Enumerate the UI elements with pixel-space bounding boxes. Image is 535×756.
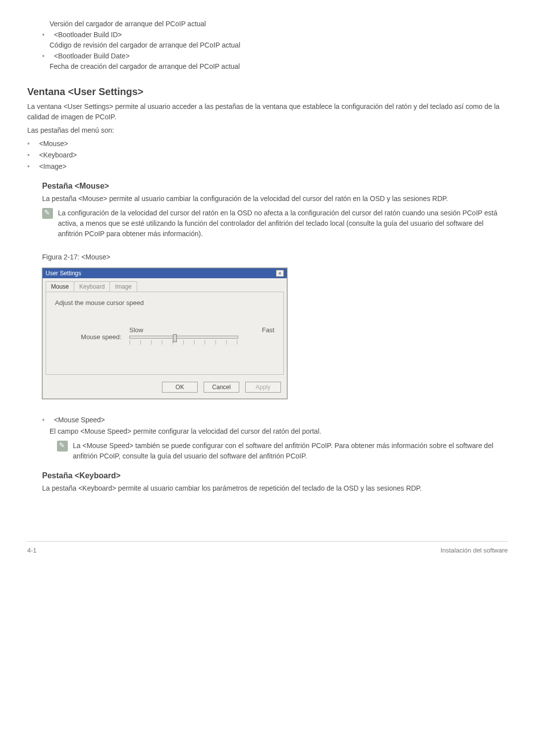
pencil-note-icon [57,441,68,452]
note-text: La configuración de la velocidad del cur… [58,208,508,239]
figure-caption: Figura 2-17: <Mouse> [42,253,508,261]
list-item-label: <Mouse> [39,139,508,149]
list-item-title: <Bootloader Build Date> [54,51,508,61]
list-item-label: <Keyboard> [39,150,508,160]
subsection-heading-keyboard: Pestaña <Keyboard> [42,471,508,480]
tab-image[interactable]: Image [109,281,137,292]
list-item-title: <Bootloader Build ID> [54,30,508,40]
list-item-desc: El campo <Mouse Speed> permite configura… [27,426,508,437]
footer-section-title: Instalación del software [440,547,508,554]
section-heading-user-settings: Ventana <User Settings> [27,86,508,98]
pencil-note-icon [42,208,53,219]
paragraph: Las pestañas del menú son: [27,125,508,136]
note-text: La <Mouse Speed> también se puede config… [73,441,508,461]
tab-mouse[interactable]: Mouse [46,281,74,292]
adjust-label: Adjust the mouse cursor speed [55,299,274,306]
slow-label: Slow [129,326,143,334]
subsection-heading-mouse: Pestaña <Mouse> [42,182,508,191]
slider-ticks: ||||||||||| [129,340,238,345]
close-icon[interactable]: × [276,270,284,277]
list-item: • <Bootloader Build ID> [27,30,508,40]
bullet-icon: • [27,161,39,172]
user-settings-dialog: User Settings × Mouse Keyboard Image Adj… [42,268,287,399]
page-number: 4-1 [27,547,37,554]
paragraph: La pestaña <Keyboard> permite al usuario… [42,483,508,494]
tab-panel-mouse: Adjust the mouse cursor speed Mouse spee… [46,292,284,375]
bullet-icon: • [27,150,39,160]
mouse-speed-label: Mouse speed: [55,326,129,341]
cancel-button[interactable]: Cancel [204,382,239,393]
list-item-title: <Mouse Speed> [54,415,508,425]
note-block: La configuración de la velocidad del cur… [42,208,508,239]
page-footer: 4-1 Instalación del software [27,541,508,569]
tab-keyboard[interactable]: Keyboard [74,281,110,292]
dialog-title-text: User Settings [46,270,81,277]
ok-button[interactable]: OK [162,382,198,393]
fast-label: Fast [262,326,274,334]
mouse-speed-slider[interactable] [129,336,238,339]
list-item-desc: Fecha de creación del cargador de arranq… [27,62,508,70]
bullet-icon: • [42,30,54,40]
dialog-tabs: Mouse Keyboard Image [43,278,287,292]
list-item: • <Mouse Speed> [27,415,508,425]
top-continuation-line: Versión del cargador de arranque del PCo… [27,20,508,28]
dialog-titlebar: User Settings × [43,268,287,278]
list-item: • <Keyboard> [27,150,508,160]
list-item-desc: Código de revisión del cargador de arran… [27,41,508,49]
paragraph: La pestaña <Mouse> permite al usuario ca… [42,194,508,204]
list-item: • <Mouse> [27,139,508,149]
list-item-label: <Image> [39,161,508,172]
bullet-icon: • [42,51,54,61]
list-item: • <Image> [27,161,508,172]
bullet-icon: • [42,415,54,425]
list-item: • <Bootloader Build Date> [27,51,508,61]
paragraph: La ventana <User Settings> permite al us… [27,101,508,122]
slider-thumb[interactable] [173,334,177,342]
apply-button[interactable]: Apply [245,382,281,393]
dialog-button-row: OK Cancel Apply [43,378,287,399]
note-block: La <Mouse Speed> también se puede config… [57,441,508,461]
bullet-icon: • [27,139,39,149]
